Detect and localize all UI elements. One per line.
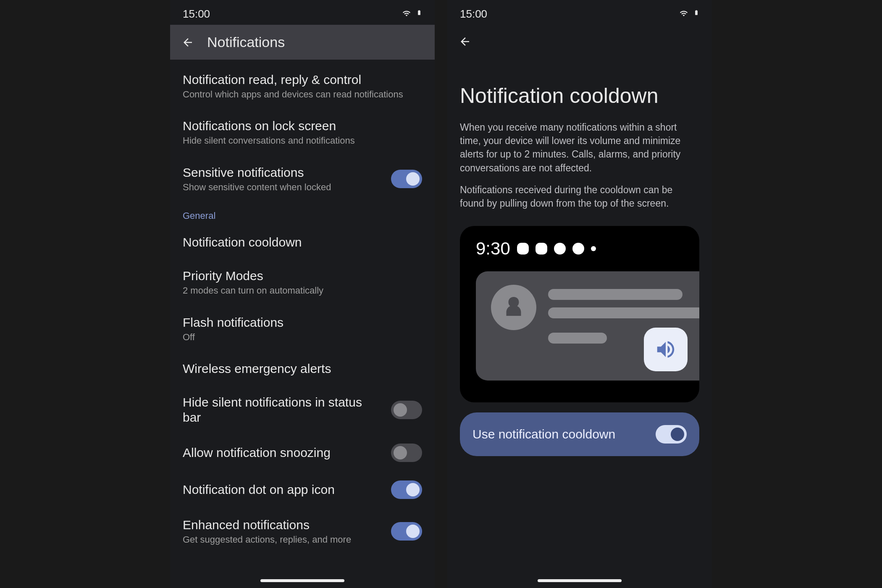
- app-bar: Notifications: [170, 25, 435, 60]
- item-title: Flash notifications: [183, 315, 414, 330]
- placeholder-line: [548, 307, 699, 318]
- illustration-statusbar: 9:30: [476, 239, 699, 259]
- page-title: Notifications: [207, 34, 285, 50]
- item-lock-screen-notifications[interactable]: Notifications on lock screen Hide silent…: [170, 109, 435, 155]
- item-wireless-emergency-alerts[interactable]: Wireless emergency alerts: [170, 352, 435, 386]
- notification-icon: [536, 243, 547, 255]
- placeholder-line: [548, 289, 682, 300]
- section-general: General: [170, 202, 435, 226]
- description-paragraph-1: When you receive many notifications with…: [447, 121, 712, 183]
- description-paragraph-2: Notifications received during the cooldo…: [447, 183, 712, 218]
- phone-notification-cooldown: 15:00 Notification cooldown When you rec…: [447, 0, 712, 588]
- item-allow-snoozing[interactable]: Allow notification snoozing: [170, 434, 435, 471]
- page-title: Notification cooldown: [447, 58, 712, 121]
- item-title: Notifications on lock screen: [183, 118, 414, 134]
- illustration-time: 9:30: [476, 239, 510, 259]
- toggle-use-cooldown[interactable]: [656, 425, 687, 444]
- item-title: Wireless emergency alerts: [183, 361, 414, 376]
- item-flash-notifications[interactable]: Flash notifications Off: [170, 306, 435, 352]
- avatar-icon: [491, 285, 536, 330]
- status-time: 15:00: [183, 8, 210, 21]
- item-title: Allow notification snoozing: [183, 445, 383, 460]
- wifi-icon: [401, 8, 412, 21]
- item-title: Notification read, reply & control: [183, 72, 414, 87]
- back-button[interactable]: [457, 34, 472, 49]
- use-cooldown-row[interactable]: Use notification cooldown: [460, 412, 699, 456]
- nav-pill[interactable]: [538, 579, 622, 582]
- item-subtitle: Get suggested actions, replies, and more: [183, 534, 383, 545]
- wifi-icon: [678, 8, 689, 21]
- phone-notifications-settings: 15:00 Notifications Notification read, r…: [170, 0, 435, 588]
- item-subtitle: Hide silent conversations and notificati…: [183, 135, 414, 146]
- toggle-snoozing[interactable]: [391, 444, 422, 462]
- item-notification-cooldown[interactable]: Notification cooldown: [170, 226, 435, 259]
- placeholder-line: [548, 333, 607, 344]
- item-subtitle: Show sensitive content when locked: [183, 182, 383, 193]
- item-subtitle: Off: [183, 332, 414, 343]
- battery-icon: [416, 8, 422, 21]
- battery-icon: [693, 8, 699, 21]
- status-time: 15:00: [460, 8, 487, 21]
- item-subtitle: Control which apps and devices can read …: [183, 89, 414, 100]
- settings-list: Notification read, reply & control Contr…: [170, 60, 435, 558]
- item-title: Enhanced notifications: [183, 517, 383, 533]
- item-sensitive-notifications[interactable]: Sensitive notifications Show sensitive c…: [170, 156, 435, 202]
- toggle-sensitive-notifications[interactable]: [391, 170, 422, 188]
- illustration-notification-card: [476, 271, 699, 381]
- notification-icon: [554, 243, 566, 255]
- notification-overflow-dot: [591, 246, 596, 251]
- item-hide-silent-statusbar[interactable]: Hide silent notifications in status bar: [170, 386, 435, 434]
- item-subtitle: 2 modes can turn on automatically: [183, 285, 414, 296]
- toggle-notification-dot[interactable]: [391, 480, 422, 499]
- item-notification-dot[interactable]: Notification dot on app icon: [170, 471, 435, 508]
- item-enhanced-notifications[interactable]: Enhanced notifications Get suggested act…: [170, 508, 435, 554]
- item-priority-modes[interactable]: Priority Modes 2 modes can turn on autom…: [170, 259, 435, 305]
- toggle-hide-silent[interactable]: [391, 401, 422, 419]
- cooldown-illustration: 9:30: [460, 226, 699, 402]
- status-bar: 15:00: [447, 0, 712, 25]
- toggle-enhanced[interactable]: [391, 522, 422, 541]
- app-bar: [447, 25, 712, 58]
- notification-icon: [517, 243, 529, 255]
- volume-icon: [644, 328, 688, 371]
- status-bar: 15:00: [170, 0, 435, 25]
- item-title: Hide silent notifications in status bar: [183, 395, 383, 425]
- item-title: Notification cooldown: [183, 235, 414, 250]
- nav-pill[interactable]: [260, 579, 344, 582]
- use-cooldown-label: Use notification cooldown: [472, 427, 615, 441]
- item-title: Priority Modes: [183, 268, 414, 284]
- item-title: Notification dot on app icon: [183, 482, 383, 497]
- item-notification-read-reply[interactable]: Notification read, reply & control Contr…: [170, 63, 435, 109]
- notification-icon: [572, 243, 584, 255]
- back-button[interactable]: [180, 35, 195, 50]
- item-title: Sensitive notifications: [183, 165, 383, 180]
